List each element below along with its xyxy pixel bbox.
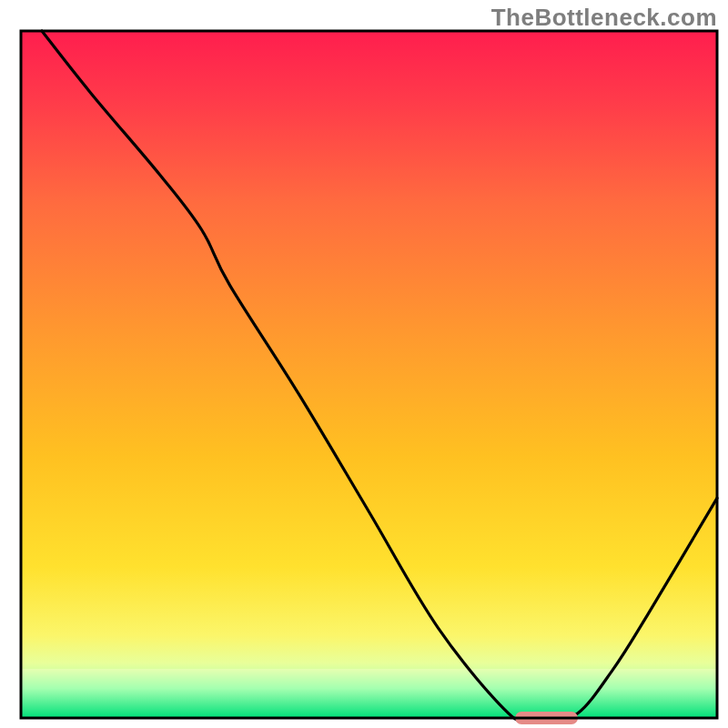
chart-stage: TheBottleneck.com xyxy=(0,0,728,728)
chart-svg xyxy=(0,0,728,728)
watermark-text: TheBottleneck.com xyxy=(491,4,717,32)
green-band xyxy=(21,669,717,718)
